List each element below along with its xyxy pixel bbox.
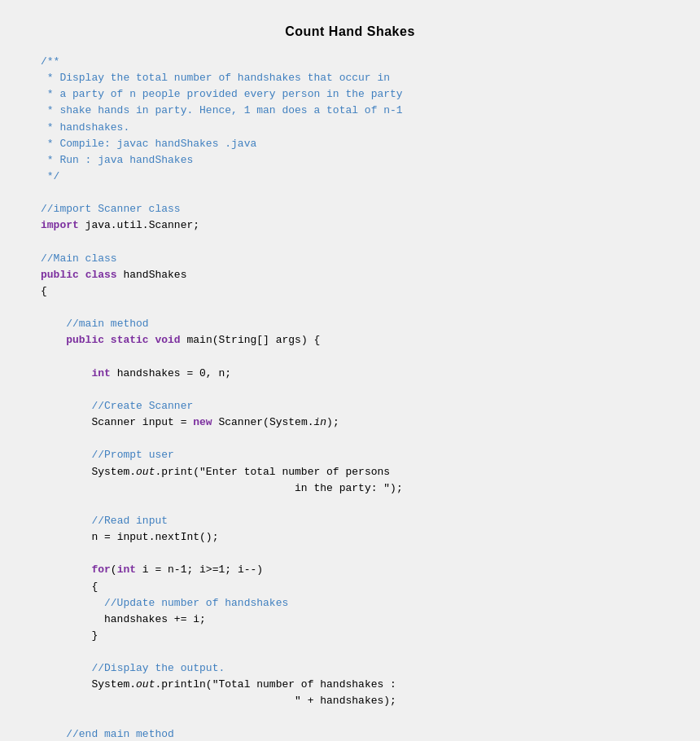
code-line: //end main method [41,726,659,741]
code-line: * Display the total number of handshakes… [41,70,659,86]
code-line [41,644,659,660]
code-line: * Compile: javac handShakes .java [41,136,659,152]
code-line: /** [41,54,659,70]
code-line: */ [41,169,659,185]
code-line [41,382,659,398]
code-line: handshakes += i; [41,612,659,628]
code-line [41,349,659,366]
code-line: //Update number of handshakes [41,595,659,612]
code-line [41,431,659,447]
code-line [41,710,659,726]
code-line: n = input.nextInt(); [41,529,659,546]
code-line: //import Scanner class [41,201,659,217]
code-line: //Display the output. [41,660,659,677]
code-line: //Create Scanner [41,398,659,414]
code-line: //Read input [41,513,659,529]
code-line: System.out.print("Enter total number of … [41,464,659,480]
code-line: * Run : java handShakes [41,152,659,169]
code-line [41,300,659,316]
code-line: { [41,283,659,300]
code-line: public class handShakes [41,267,659,283]
code-line [41,185,659,201]
code-line: Scanner input = new Scanner(System.in); [41,414,659,431]
code-line: System.out.println("Total number of hand… [41,677,659,693]
code-line: int handshakes = 0, n; [41,366,659,382]
code-line: * shake hands in party. Hence, 1 man doe… [41,103,659,119]
code-line: { [41,579,659,595]
code-line: } [41,628,659,644]
code-line: //Main class [41,251,659,267]
code-line [41,235,659,251]
code-line: //Prompt user [41,447,659,463]
code-line: * a party of n people provided every per… [41,86,659,103]
code-line: for(int i = n-1; i>=1; i--) [41,562,659,578]
code-line: public static void main(String[] args) { [41,332,659,349]
code-line: in the party: "); [41,480,659,497]
code-line [41,546,659,562]
code-line: * handshakes. [41,120,659,136]
code-block: /** * Display the total number of handsh… [41,54,659,741]
code-line [41,497,659,513]
code-line: //main method [41,316,659,332]
page-title: Count Hand Shakes [285,24,415,39]
code-line: " + handshakes); [41,693,659,709]
code-line: import java.util.Scanner; [41,217,659,234]
